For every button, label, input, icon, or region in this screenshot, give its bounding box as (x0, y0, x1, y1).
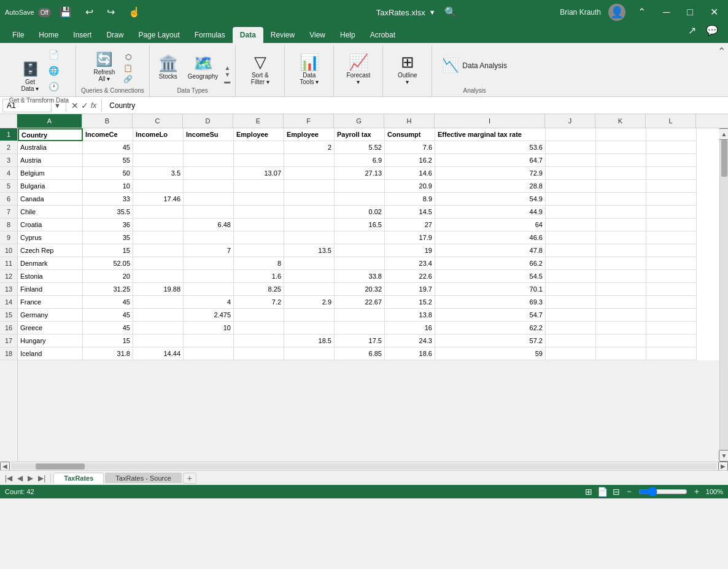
cell-a14[interactable]: France (18, 296, 83, 309)
cell-l2[interactable] (646, 141, 697, 154)
cell-e1[interactable]: Employee (234, 128, 284, 141)
cell-l18[interactable] (646, 347, 697, 360)
cell-l17[interactable] (646, 335, 697, 347)
cell-a6[interactable]: Canada (18, 193, 83, 206)
data-tools-btn[interactable]: 📊 Data Tools ▾ (296, 52, 323, 87)
from-web-btn[interactable]: 🌐 (46, 63, 61, 79)
cell-k8[interactable] (596, 219, 646, 231)
cell-k11[interactable] (596, 257, 646, 270)
tab-file[interactable]: File (5, 27, 31, 43)
sheet-tab-taxrates-source[interactable]: TaxRates - Source (105, 473, 181, 483)
cell-l9[interactable] (646, 231, 697, 244)
cell-j8[interactable] (546, 219, 596, 231)
cell-g14[interactable]: 22.67 (335, 296, 385, 309)
search-btn[interactable]: 🔍 (440, 0, 462, 25)
sheet-nav-prev[interactable]: ◀ (15, 474, 25, 482)
cell-k6[interactable] (596, 193, 646, 206)
cell-k13[interactable] (596, 283, 646, 296)
cell-f2[interactable]: 2 (284, 141, 335, 154)
cell-g4[interactable]: 27.13 (335, 167, 385, 180)
cell-j10[interactable] (546, 244, 596, 257)
row-num-2[interactable]: 2 (0, 141, 17, 154)
cell-d12[interactable] (184, 270, 234, 283)
cell-g11[interactable] (335, 257, 385, 270)
cell-e6[interactable] (234, 193, 284, 206)
cell-j4[interactable] (546, 167, 596, 180)
cell-l12[interactable] (646, 270, 697, 283)
cell-l3[interactable] (646, 154, 697, 167)
cell-h17[interactable]: 24.3 (385, 335, 435, 347)
cell-b2[interactable]: 45 (83, 141, 133, 154)
cell-f4[interactable] (284, 167, 335, 180)
sheet-tab-taxrates[interactable]: TaxRates (53, 473, 104, 484)
row-num-13[interactable]: 13 (0, 283, 17, 296)
col-header-E[interactable]: E (233, 114, 284, 128)
cell-b6[interactable]: 33 (83, 193, 133, 206)
cell-a4[interactable]: Belgium (18, 167, 83, 180)
cell-i9[interactable]: 46.6 (435, 231, 546, 244)
cell-d10[interactable]: 7 (184, 244, 234, 257)
share-icon[interactable]: ↗ (683, 18, 701, 43)
col-header-I[interactable]: I (435, 114, 545, 128)
cell-j16[interactable] (546, 322, 596, 335)
tab-help[interactable]: Help (333, 27, 363, 43)
cancel-formula-btn[interactable]: ✕ (71, 101, 79, 110)
cell-a7[interactable]: Chile (18, 206, 83, 219)
v-scroll-down[interactable]: ▼ (719, 450, 728, 462)
sheet-nav-next[interactable]: ▶ (25, 474, 36, 482)
row-num-11[interactable]: 11 (0, 257, 17, 270)
data-analysis-btn[interactable]: 📉 Data Analysis (437, 55, 512, 76)
recent-sources-btn[interactable]: 🕐 (46, 79, 61, 95)
cell-g16[interactable] (335, 322, 385, 335)
cell-h5[interactable]: 20.9 (385, 180, 435, 193)
cell-a15[interactable]: Germany (18, 309, 83, 322)
cell-j1[interactable] (546, 128, 596, 141)
cell-d17[interactable] (184, 335, 234, 347)
cell-b7[interactable]: 35.5 (83, 206, 133, 219)
cell-d3[interactable] (184, 154, 234, 167)
cell-g3[interactable]: 6.9 (335, 154, 385, 167)
cell-j12[interactable] (546, 270, 596, 283)
data-types-scroll-down[interactable]: ▼ (224, 71, 230, 78)
cell-a9[interactable]: Cyprus (18, 231, 83, 244)
cell-c12[interactable] (133, 270, 184, 283)
cell-b1[interactable]: IncomeCe (83, 128, 133, 141)
cell-e4[interactable]: 13.07 (234, 167, 284, 180)
cell-g6[interactable] (335, 193, 385, 206)
cell-e2[interactable] (234, 141, 284, 154)
cell-a10[interactable]: Czech Rep (18, 244, 83, 257)
row-num-8[interactable]: 8 (0, 219, 17, 231)
cell-i14[interactable]: 69.3 (435, 296, 546, 309)
cell-h8[interactable]: 27 (385, 219, 435, 231)
cell-e11[interactable]: 8 (234, 257, 284, 270)
cell-e9[interactable] (234, 231, 284, 244)
cell-g15[interactable] (335, 309, 385, 322)
h-scroll-left[interactable]: ◀ (0, 462, 10, 470)
cell-l7[interactable] (646, 206, 697, 219)
redo-btn[interactable]: ↪ (102, 0, 120, 25)
cell-l8[interactable] (646, 219, 697, 231)
cell-g18[interactable]: 6.85 (335, 347, 385, 360)
geography-btn[interactable]: 🗺️ Geography (184, 49, 222, 85)
cell-k15[interactable] (596, 309, 646, 322)
cell-a2[interactable]: Australia (18, 141, 83, 154)
cell-k7[interactable] (596, 206, 646, 219)
cell-a18[interactable]: Iceland (18, 347, 83, 360)
sheet-nav-first[interactable]: |◀ (2, 474, 15, 482)
col-header-D[interactable]: D (183, 114, 233, 128)
cell-g2[interactable]: 5.52 (335, 141, 385, 154)
sheet-nav-last[interactable]: ▶| (36, 474, 48, 482)
cell-b18[interactable]: 31.8 (83, 347, 133, 360)
touch-btn[interactable]: ☝ (123, 0, 145, 25)
cell-j5[interactable] (546, 180, 596, 193)
cell-b3[interactable]: 55 (83, 154, 133, 167)
autosave-toggle[interactable]: Off (38, 8, 51, 17)
tab-data[interactable]: Data (233, 27, 263, 43)
cell-c11[interactable] (133, 257, 184, 270)
cell-e12[interactable]: 1.6 (234, 270, 284, 283)
cell-l4[interactable] (646, 167, 697, 180)
cell-i11[interactable]: 66.2 (435, 257, 546, 270)
cell-k5[interactable] (596, 180, 646, 193)
cell-a1[interactable]: Country (18, 128, 83, 141)
sheet-add-btn[interactable]: + (183, 473, 196, 484)
